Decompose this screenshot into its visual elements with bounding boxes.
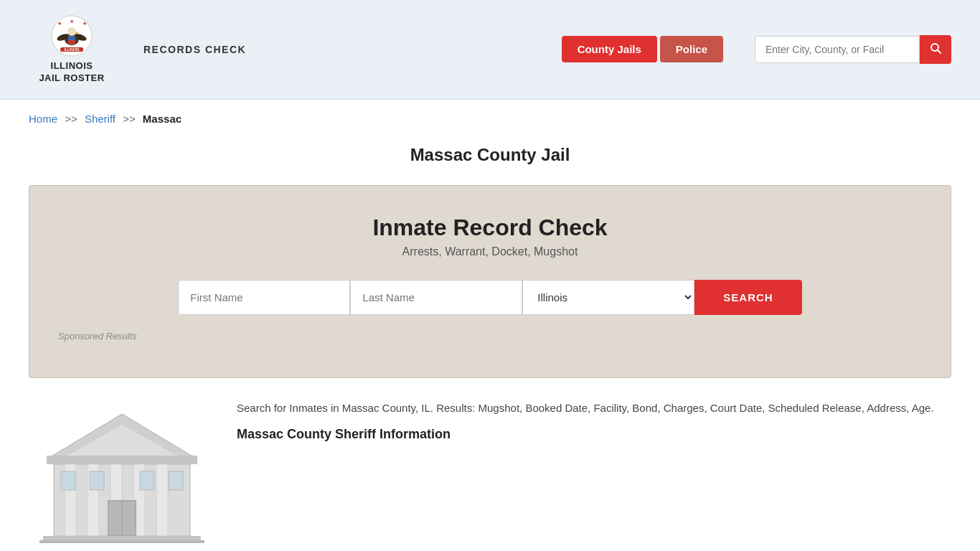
svg-line-14 <box>938 50 941 53</box>
header-search-area <box>755 35 951 64</box>
header-search-input[interactable] <box>755 36 920 63</box>
svg-rect-7 <box>68 36 75 40</box>
last-name-input[interactable] <box>350 280 522 315</box>
page-title: Massac County Jail <box>0 145 980 165</box>
bottom-section: Search for Inmates in Massac County, IL.… <box>0 378 980 551</box>
sheriff-info-heading: Massac County Sheriff Information <box>237 427 951 442</box>
building-illustration <box>29 400 215 543</box>
svg-rect-27 <box>43 536 201 540</box>
svg-rect-25 <box>109 501 121 534</box>
search-button[interactable]: SEARCH <box>694 280 801 315</box>
courthouse-icon <box>36 400 208 543</box>
logo-text: ILLINOIS JAIL ROSTER <box>39 60 104 85</box>
logo-area: ★ ★ ★ ILLINOIS ILLINOIS JAIL ROSTER <box>29 14 115 85</box>
police-button[interactable]: Police <box>660 36 723 62</box>
header-search-button[interactable] <box>920 35 951 64</box>
main-nav: County Jails Police <box>562 36 723 62</box>
breadcrumb-home[interactable]: Home <box>29 113 57 125</box>
record-check-title: Inmate Record Check <box>58 215 922 241</box>
records-check-label: RECORDS CHECK <box>143 44 246 55</box>
svg-rect-23 <box>156 464 168 536</box>
search-icon <box>930 42 941 54</box>
breadcrumb-sep2: >> <box>123 113 136 125</box>
state-seal-icon: ★ ★ ★ ILLINOIS <box>50 14 93 57</box>
state-select[interactable]: AlabamaAlaskaArizonaArkansasCaliforniaCo… <box>522 280 694 315</box>
svg-text:★: ★ <box>57 21 62 26</box>
svg-rect-28 <box>39 540 204 543</box>
site-header: ★ ★ ★ ILLINOIS ILLINOIS JAIL ROSTER RECO… <box>0 0 980 100</box>
record-check-panel: Inmate Record Check Arrests, Warrant, Do… <box>29 185 951 378</box>
breadcrumb: Home >> Sheriff >> Massac <box>0 100 980 132</box>
svg-rect-17 <box>47 456 197 464</box>
svg-rect-29 <box>61 471 75 490</box>
county-jails-button[interactable]: County Jails <box>562 36 657 62</box>
svg-rect-30 <box>90 471 104 490</box>
svg-rect-32 <box>169 471 183 490</box>
svg-rect-26 <box>123 501 135 534</box>
svg-text:★: ★ <box>83 21 87 26</box>
breadcrumb-current: Massac <box>143 113 182 125</box>
svg-text:ILLINOIS: ILLINOIS <box>64 47 80 52</box>
bottom-description: Search for Inmates in Massac County, IL.… <box>237 400 951 417</box>
svg-text:★: ★ <box>70 19 74 24</box>
record-check-subtitle: Arrests, Warrant, Docket, Mugshot <box>58 245 922 258</box>
sponsored-results-label: Sponsored Results <box>58 331 922 342</box>
record-check-form: AlabamaAlaskaArizonaArkansasCaliforniaCo… <box>58 280 922 315</box>
bottom-text: Search for Inmates in Massac County, IL.… <box>237 400 951 446</box>
first-name-input[interactable] <box>178 280 350 315</box>
svg-rect-31 <box>140 471 154 490</box>
breadcrumb-sep1: >> <box>65 113 77 125</box>
breadcrumb-sheriff[interactable]: Sheriff <box>85 113 116 125</box>
